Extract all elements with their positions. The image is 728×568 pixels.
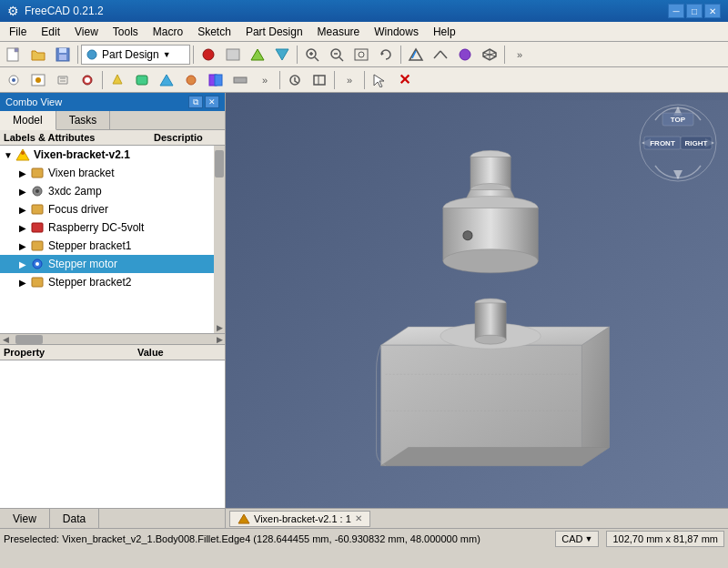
menu-tools[interactable]: Tools: [106, 22, 146, 42]
new-button[interactable]: [2, 44, 25, 66]
viewport-tab-close[interactable]: ✕: [355, 513, 362, 523]
tb2-12[interactable]: [308, 69, 331, 91]
tree-item-root[interactable]: ▼ Vixen-bracket-v2.1: [0, 146, 214, 164]
tree-scrollbar[interactable]: ▶: [214, 146, 225, 333]
menu-file[interactable]: File: [2, 22, 34, 42]
tb2-10[interactable]: [228, 69, 252, 91]
tb2-expand[interactable]: »: [253, 69, 277, 91]
svg-rect-41: [314, 76, 325, 85]
tb2-8[interactable]: [179, 69, 203, 91]
toolbar-btn-1[interactable]: [197, 44, 220, 66]
menu-partdesign[interactable]: Part Design: [238, 22, 310, 42]
tree-item-3[interactable]: ▶ Focus driver: [0, 200, 214, 218]
tb2-1[interactable]: [2, 69, 25, 91]
tb2-3[interactable]: [51, 69, 75, 91]
rotate-button[interactable]: [374, 44, 398, 66]
menu-measure[interactable]: Measure: [310, 22, 368, 42]
item1-icon: [29, 166, 46, 180]
viewport-tab-label: Vixen-bracket-v2.1 : 1: [254, 513, 351, 524]
expand-icon-root: ▼: [2, 150, 15, 160]
tab-data[interactable]: Data: [50, 509, 99, 528]
view-iso[interactable]: [478, 44, 501, 66]
tree-item-5-label: Stepper bracket1: [48, 239, 212, 252]
toolbar-btn-5[interactable]: [404, 44, 428, 66]
close-view-btn[interactable]: ✕: [392, 69, 416, 91]
zoom-out-button[interactable]: [325, 44, 349, 66]
more-btn[interactable]: »: [508, 44, 531, 66]
expand-icon-6: ▶: [16, 259, 29, 269]
minimize-button[interactable]: ─: [668, 4, 684, 18]
zoom-fit-button[interactable]: [349, 44, 373, 66]
titlebar-controls[interactable]: ─ □ ✕: [668, 4, 721, 18]
menu-windows[interactable]: Windows: [367, 22, 426, 42]
open-button[interactable]: [26, 44, 50, 66]
tb2-13[interactable]: »: [338, 69, 361, 91]
tree-item-4[interactable]: ▶ Raspberry DC-5volt: [0, 218, 214, 237]
tb2-2[interactable]: [26, 69, 50, 91]
toolbar-btn-6[interactable]: [429, 44, 452, 66]
tb2-7[interactable]: [155, 69, 178, 91]
svg-text:FRONT: FRONT: [650, 139, 675, 147]
workbench-dropdown[interactable]: Part Design ▼: [81, 45, 190, 65]
tab-view[interactable]: View: [0, 509, 50, 528]
combo-view-title: Combo View: [5, 96, 62, 107]
menu-help[interactable]: Help: [426, 22, 463, 42]
toolbar-btn-3[interactable]: [246, 44, 269, 66]
svg-point-53: [35, 262, 39, 266]
toolbar-btn-7[interactable]: [453, 44, 477, 66]
tb2-9[interactable]: [204, 69, 228, 91]
app-title: FreeCAD 0.21.2: [25, 5, 104, 17]
tree-item-1-label: Vixen bracket: [48, 167, 212, 179]
viewport-tab-item[interactable]: Vixen-bracket-v2.1 : 1 ✕: [229, 511, 370, 527]
toolbar-btn-2[interactable]: [221, 44, 245, 66]
tb2-5[interactable]: [106, 69, 129, 91]
menu-edit[interactable]: Edit: [34, 22, 67, 42]
combo-view-header: Combo View ⧉ ✕: [0, 93, 225, 111]
toolbar-btn-4[interactable]: [270, 44, 294, 66]
sep4: [400, 46, 401, 64]
menu-view[interactable]: View: [67, 22, 106, 42]
dimensions-status: 102,70 mm x 81,87 mm: [606, 531, 724, 547]
tb2-4[interactable]: [76, 69, 99, 91]
svg-point-33: [85, 77, 90, 83]
tree-item-7[interactable]: ▶ Stepper bracket2: [0, 273, 214, 291]
combo-header-buttons[interactable]: ⧉ ✕: [188, 96, 219, 108]
property-header: Property Value: [0, 345, 225, 360]
svg-marker-7: [251, 49, 264, 60]
separator: [77, 46, 78, 64]
tab-tasks[interactable]: Tasks: [56, 111, 111, 129]
tree-item-6[interactable]: ▶ Stepper motor: [0, 255, 214, 273]
menu-sketch[interactable]: Sketch: [190, 22, 238, 42]
svg-rect-3: [59, 55, 66, 60]
svg-rect-2: [59, 48, 66, 53]
tree-item-1[interactable]: ▶ Vixen bracket: [0, 164, 214, 182]
cursor-btn[interactable]: [368, 69, 391, 91]
tree-item-5[interactable]: ▶ Stepper bracket1: [0, 237, 214, 255]
nav-cube[interactable]: TOP FRONT RIGHT: [637, 102, 719, 184]
combo-restore-btn[interactable]: ⧉: [188, 96, 203, 108]
svg-rect-54: [32, 278, 43, 287]
close-button[interactable]: ✕: [704, 4, 721, 18]
svg-text:TOP: TOP: [671, 116, 686, 124]
svg-point-36: [187, 76, 196, 85]
save-button[interactable]: [51, 44, 75, 66]
tb2-11[interactable]: [283, 69, 307, 91]
tb2-6[interactable]: [130, 69, 154, 91]
bottom-tabs[interactable]: View Data: [0, 508, 225, 528]
tree-hscrollbar[interactable]: ◀ ▶: [0, 333, 225, 344]
viewport[interactable]: TOP FRONT RIGHT Vixen-bracket-v2.1 : 1 ✕: [226, 93, 728, 528]
tab-model[interactable]: Model: [0, 111, 56, 130]
cad-status[interactable]: CAD ▼: [555, 531, 599, 547]
tree-item-2-label: 3xdc 2amp: [48, 185, 212, 198]
svg-line-21: [434, 51, 440, 58]
tree-item-2[interactable]: ▶ 3xdc 2amp: [0, 182, 214, 200]
panel-tabs[interactable]: Model Tasks: [0, 111, 225, 130]
combo-close-btn[interactable]: ✕: [205, 96, 219, 108]
item6-icon: [29, 257, 46, 271]
maximize-button[interactable]: □: [686, 4, 703, 18]
menu-macro[interactable]: Macro: [146, 22, 190, 42]
scrollbar-thumb[interactable]: [215, 150, 224, 178]
svg-marker-43: [374, 75, 384, 87]
scroll-right-btn[interactable]: ▶: [214, 322, 225, 333]
zoom-in-button[interactable]: [300, 44, 324, 66]
